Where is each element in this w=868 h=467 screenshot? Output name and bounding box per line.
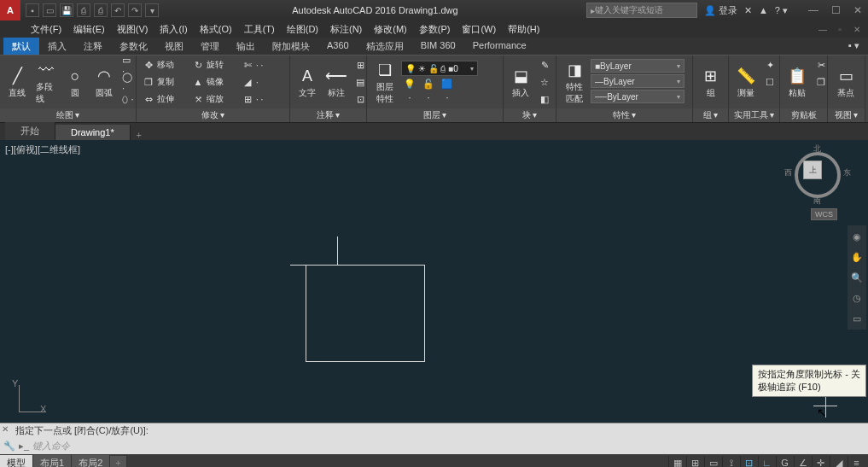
tablestyle-button[interactable]: ⊡ — [352, 91, 369, 107]
qat-save-icon[interactable]: 💾 — [60, 3, 73, 17]
nav-wheel-icon[interactable]: ◉ — [849, 229, 865, 244]
circle-button[interactable]: ○圆 — [61, 63, 89, 101]
lineweight-combo[interactable]: — ByLayer▾ — [591, 74, 684, 88]
viewcube-top[interactable]: 上 — [803, 161, 822, 179]
panel-layer-title[interactable]: 图层 ▾ — [367, 108, 503, 122]
fillet-button[interactable]: ◢· — [239, 74, 287, 90]
qat-redo-icon[interactable]: ↷ — [128, 3, 142, 17]
stretch-button[interactable]: ⇔拉伸 — [140, 91, 188, 107]
app-logo[interactable]: A — [0, 0, 20, 20]
layer-freeze-button[interactable]: 🔓 — [420, 78, 437, 90]
menu-tools[interactable]: 工具(T) — [239, 21, 280, 38]
status-dynamic-icon[interactable]: ⟟ — [722, 456, 739, 467]
ribbon-tab-insert[interactable]: 插入 — [39, 38, 75, 55]
ellipse-button[interactable]: ◯ · — [119, 74, 137, 90]
panel-annot-title[interactable]: 注释 ▾ — [290, 108, 366, 122]
scale-button[interactable]: ⤧缩放 — [189, 91, 237, 107]
minimize-button[interactable]: — — [803, 3, 824, 18]
ribbon-tab-bim360[interactable]: BIM 360 — [412, 38, 464, 55]
layer-prev-button[interactable]: · — [420, 91, 437, 103]
doc-restore-icon[interactable]: ▫ — [832, 23, 848, 35]
status-polar-icon[interactable]: ∟ — [758, 456, 775, 467]
qat-plot-icon[interactable]: ⎙ — [94, 3, 108, 17]
ribbon-tab-parametric[interactable]: 参数化 — [111, 38, 156, 55]
panel-viewbase-title[interactable]: 视图 ▾ — [828, 108, 865, 122]
create-block-button[interactable]: ✎ — [536, 57, 553, 73]
viewport-label[interactable]: [-][俯视][二维线框] — [5, 143, 80, 156]
menu-help[interactable]: 帮助(H) — [503, 21, 545, 38]
block-attr-button[interactable]: ◧ — [536, 91, 553, 107]
panel-props-title[interactable]: 特性 ▾ — [556, 108, 692, 122]
viewcube[interactable]: 上 北 南 东 西 — [788, 145, 848, 205]
trim-button[interactable]: ✄· · — [239, 57, 287, 73]
edit-block-button[interactable]: ☆ — [536, 74, 553, 90]
ribbon-tab-output[interactable]: 输出 — [228, 38, 264, 55]
ribbon-tab-annotate[interactable]: 注释 — [75, 38, 111, 55]
file-tab-drawing1[interactable]: Drawing1* — [55, 125, 131, 140]
text-button[interactable]: A文字 — [294, 63, 321, 101]
qat-undo-icon[interactable]: ↶ — [111, 3, 125, 17]
util-btn-1[interactable]: ✦ — [761, 57, 778, 73]
qat-new-icon[interactable]: ▪ — [26, 3, 39, 17]
layer-on-button[interactable]: 💡 — [401, 78, 418, 90]
menu-modify[interactable]: 修改(M) — [369, 21, 412, 38]
close-button[interactable]: ✕ — [848, 3, 868, 18]
maximize-button[interactable]: ☐ — [825, 3, 846, 18]
command-input[interactable]: 键入命令 — [32, 440, 70, 452]
cmdline-close-icon[interactable]: ✕ — [2, 424, 9, 434]
status-otrack-icon[interactable]: ∠ — [794, 456, 811, 467]
help-icon[interactable]: ? ▾ — [775, 5, 788, 16]
panel-group-title[interactable]: 组 ▾ — [693, 108, 728, 122]
measure-button[interactable]: 📏测量 — [732, 63, 760, 101]
group-button[interactable]: ⊞组 — [696, 63, 725, 101]
status-grid-icon[interactable]: ▦ — [668, 456, 685, 467]
doc-close-icon[interactable]: ✕ — [849, 23, 865, 35]
infocenter-icon[interactable]: ▲ — [759, 5, 768, 15]
status-osnap-icon[interactable]: G — [776, 456, 793, 467]
copy-button[interactable]: ❐复制 — [140, 74, 188, 90]
menu-parametric[interactable]: 参数(P) — [414, 21, 456, 38]
base-button[interactable]: ▭基点 — [831, 63, 860, 101]
menu-edit[interactable]: 编辑(E) — [68, 21, 110, 38]
ribbon-tab-addins[interactable]: 附加模块 — [264, 38, 318, 55]
doc-minimize-icon[interactable]: — — [815, 23, 830, 35]
array-button[interactable]: ⊞· · — [239, 91, 287, 107]
nav-zoom-icon[interactable]: 🔍 — [849, 270, 865, 285]
signin-icon[interactable]: 👤 登录 — [704, 4, 737, 17]
rotate-button[interactable]: ↻旋转 — [189, 57, 237, 73]
qat-open-icon[interactable]: ▭ — [43, 3, 56, 17]
add-layout-button[interactable]: + — [110, 456, 126, 467]
polyline-button[interactable]: 〰多段线 — [32, 57, 60, 107]
layer-color-button[interactable]: 🟦 — [439, 78, 456, 90]
status-snap-icon[interactable]: ⊞ — [686, 456, 703, 467]
help-search-input[interactable]: ▸ 键入关键字或短语 — [586, 3, 697, 18]
ribbon-tab-featured[interactable]: 精选应用 — [358, 38, 412, 55]
layer-props-button[interactable]: ❏图层 特性 — [370, 57, 399, 107]
wcs-label[interactable]: WCS — [811, 208, 837, 220]
qat-saveas-icon[interactable]: ⎙ — [77, 3, 90, 17]
layer-combo[interactable]: 💡 ☀ 🔓 ⎙ ■ 0▾ — [401, 61, 478, 76]
layer-iso-button[interactable]: · — [401, 91, 418, 103]
panel-draw-title[interactable]: 绘图 ▾ — [0, 108, 136, 122]
ribbon-tab-default[interactable]: 默认 — [3, 38, 39, 55]
nav-orbit-icon[interactable]: ◷ — [849, 290, 865, 306]
panel-clip-title[interactable]: 剪贴板 — [780, 108, 827, 122]
ribbon-tab-manage[interactable]: 管理 — [192, 38, 228, 55]
ribbon-tab-a360[interactable]: A360 — [318, 38, 358, 55]
table-button[interactable]: ▤ — [352, 74, 369, 90]
new-file-tab-button[interactable]: + — [131, 130, 148, 140]
status-lwt-icon[interactable]: ✛ — [812, 456, 829, 467]
move-button[interactable]: ✥移动 — [140, 57, 188, 73]
line-button[interactable]: ╱直线 — [3, 63, 31, 101]
menu-draw[interactable]: 绘图(D) — [282, 21, 323, 38]
status-customize-icon[interactable]: ≡ — [848, 456, 865, 467]
nav-pan-icon[interactable]: ✋ — [849, 249, 865, 265]
panel-util-title[interactable]: 实用工具 ▾ — [729, 108, 779, 122]
panel-modify-title[interactable]: 修改 ▾ — [137, 108, 289, 122]
cut-button[interactable]: ✂ — [813, 57, 830, 73]
mirror-button[interactable]: ▲镜像 — [189, 74, 237, 90]
dimension-button[interactable]: ⟵标注 — [323, 63, 350, 101]
status-ortho-icon[interactable]: ⊡ — [740, 456, 757, 467]
menu-format[interactable]: 格式(O) — [195, 21, 237, 38]
exchange-icon[interactable]: ✕ — [744, 5, 752, 16]
